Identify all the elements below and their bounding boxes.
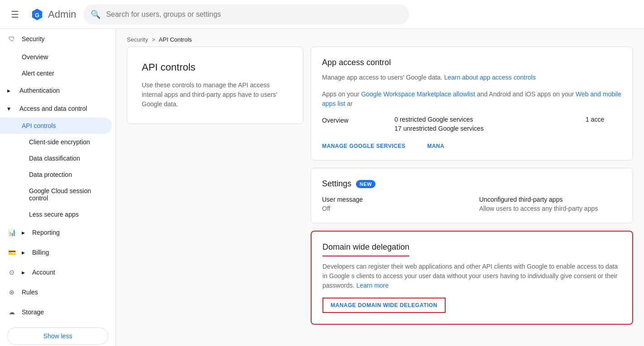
user-message-label: User message	[322, 196, 465, 203]
access-data-label: Access and data control	[19, 105, 87, 112]
sidebar-item-access-data-control[interactable]: Access and data control	[0, 100, 115, 118]
manage-google-services-link[interactable]: MANAGE GOOGLE SERVICES	[322, 143, 405, 149]
dwd-title: Domain wide delegation	[322, 242, 409, 256]
sidebar-item-data-protection[interactable]: Data protection	[0, 166, 115, 183]
breadcrumb-current: API Controls	[159, 36, 192, 43]
sidebar: 🛡 Security Overview Alert center Authent…	[0, 29, 116, 346]
overview-row: Overview 0 restricted Google services 17…	[322, 116, 622, 134]
restricted-services: 0 restricted Google services	[394, 116, 586, 123]
domain-wide-delegation-card: Domain wide delegation Developers can re…	[311, 231, 633, 325]
sidebar-item-data-classification[interactable]: Data classification	[0, 150, 115, 166]
search-input[interactable]	[106, 10, 402, 19]
overview-label: Overview	[322, 116, 394, 124]
chevron-right-billing-icon	[22, 249, 25, 256]
bar-chart-icon: 📊	[7, 228, 16, 237]
manage-dwd-button[interactable]: MANAGE DOMAIN WIDE DELEGATION	[322, 298, 446, 313]
api-controls-title: API controls	[142, 62, 288, 73]
new-badge: NEW	[356, 180, 375, 188]
search-icon: 🔍	[91, 9, 101, 19]
account-icon: ⊙	[7, 268, 16, 277]
unrestricted-services: 17 unrestricted Google services	[394, 125, 586, 132]
user-message-value: Off	[322, 205, 465, 212]
learn-about-link[interactable]: Learn about app access controls	[444, 74, 536, 81]
account-label: Account	[32, 269, 55, 276]
breadcrumb-security[interactable]: Security	[127, 36, 148, 43]
sidebar-security-label: Security	[22, 35, 45, 43]
google-logo: G	[30, 7, 44, 22]
auth-label: Authentication	[19, 87, 60, 94]
app-title: Admin	[48, 9, 76, 20]
menu-icon[interactable]: ☰	[7, 5, 23, 24]
content-grid: API controls Use these controls to manag…	[116, 47, 644, 336]
chevron-down-icon	[7, 105, 10, 112]
access-count-col: 1 acce	[586, 116, 622, 125]
show-less-button[interactable]: Show less	[7, 327, 108, 345]
access-count: 1 acce	[586, 116, 622, 123]
app-access-title: App access control	[322, 58, 622, 67]
sidebar-item-google-cloud[interactable]: Google Cloud session control	[0, 183, 115, 206]
dwd-description: Developers can register their web applic…	[322, 262, 621, 290]
breadcrumb-separator: >	[152, 36, 155, 43]
unconfigured-item: Unconfigured third-party apps Allow user…	[479, 196, 622, 212]
chevron-right-account-icon	[22, 269, 25, 276]
sidebar-item-account[interactable]: ⊙ Account	[0, 262, 115, 282]
main-content: Security > API Controls API controls Use…	[116, 29, 644, 346]
marketplace-link[interactable]: Google Workspace Marketplace allowlist	[361, 90, 475, 98]
sidebar-item-alert-center[interactable]: Alert center	[0, 65, 115, 81]
svg-text:G: G	[35, 11, 39, 18]
sidebar-item-storage[interactable]: ☁ Storage	[0, 302, 115, 322]
app-access-card: App access control Manage app access to …	[311, 47, 633, 161]
api-controls-description: Use these controls to manage the API acc…	[142, 81, 288, 109]
settings-card: Settings NEW User message Off Unconfigur…	[311, 168, 633, 223]
sidebar-item-client-side-encryption[interactable]: Client-side encryption	[0, 134, 115, 150]
shield-icon: 🛡	[7, 34, 16, 43]
rules-label: Rules	[22, 289, 38, 296]
sidebar-item-rules[interactable]: ⊛ Rules	[0, 282, 115, 302]
storage-icon: ☁	[7, 308, 16, 317]
apps-line: Apps on your Google Workspace Marketplac…	[322, 90, 622, 109]
sidebar-item-less-secure[interactable]: Less secure apps	[0, 206, 115, 223]
user-message-item: User message Off	[322, 196, 465, 212]
topbar: ☰ G Admin 🔍	[0, 0, 644, 29]
search-bar[interactable]: 🔍	[83, 5, 409, 24]
left-panel: API controls Use these controls to manag…	[127, 47, 303, 325]
dwd-learn-more-link[interactable]: Learn more	[356, 282, 389, 289]
settings-grid: User message Off Unconfigured third-part…	[322, 196, 622, 212]
chevron-right-reporting-icon	[22, 229, 25, 236]
api-controls-card: API controls Use these controls to manag…	[127, 47, 303, 124]
settings-header: Settings NEW	[322, 179, 622, 189]
sidebar-item-api-controls[interactable]: API controls	[0, 118, 112, 134]
chevron-right-icon	[7, 87, 10, 94]
rules-icon: ⊛	[7, 288, 16, 297]
sidebar-item-authentication[interactable]: Authentication	[0, 81, 115, 100]
manage-other-link[interactable]: MANA	[427, 143, 444, 149]
settings-title: Settings	[322, 179, 351, 189]
billing-icon: 💳	[7, 248, 16, 257]
app-access-description: Manage app access to users' Google data.…	[322, 73, 622, 82]
logo: G Admin	[30, 7, 76, 22]
unconfigured-desc: Allow users to access any third-party ap…	[479, 205, 622, 212]
breadcrumb: Security > API Controls	[116, 29, 644, 47]
sidebar-item-security[interactable]: 🛡 Security	[0, 29, 115, 49]
sidebar-item-reporting[interactable]: 📊 Reporting	[0, 223, 115, 242]
sidebar-item-billing[interactable]: 💳 Billing	[0, 242, 115, 262]
overview-actions: MANAGE GOOGLE SERVICES MANA	[322, 139, 622, 149]
reporting-label: Reporting	[32, 229, 60, 236]
billing-label: Billing	[32, 249, 49, 256]
storage-label: Storage	[22, 308, 44, 316]
overview-values: 0 restricted Google services 17 unrestri…	[394, 116, 586, 134]
sidebar-item-overview[interactable]: Overview	[0, 49, 115, 65]
right-panel: App access control Manage app access to …	[311, 47, 633, 325]
unconfigured-label: Unconfigured third-party apps	[479, 196, 622, 203]
layout: 🛡 Security Overview Alert center Authent…	[0, 29, 644, 346]
